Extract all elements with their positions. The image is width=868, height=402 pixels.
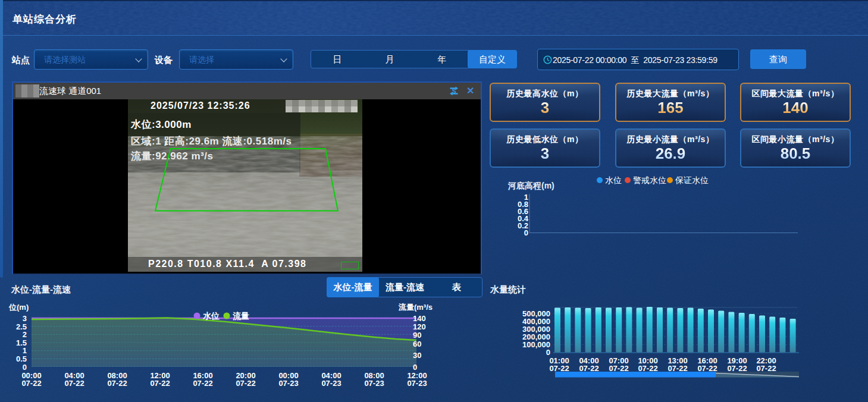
svg-text:0: 0 — [413, 363, 417, 372]
svg-text:07-22: 07-22 — [193, 379, 212, 388]
svg-text:河底高程(m): 河底高程(m) — [507, 181, 554, 190]
svg-text:07-22: 07-22 — [107, 379, 127, 388]
svg-text:07-22: 07-22 — [64, 379, 84, 388]
svg-text:0: 0 — [524, 228, 528, 237]
svg-text:保证水位: 保证水位 — [675, 175, 709, 185]
svg-text:07-23: 07-23 — [407, 379, 427, 388]
svg-text:07-22: 07-22 — [21, 379, 41, 388]
svg-text:07-22: 07-22 — [727, 364, 747, 373]
svg-text:07-22: 07-22 — [756, 364, 776, 373]
svg-text:07-22: 07-22 — [549, 364, 569, 373]
svg-text:水位: 水位 — [605, 175, 622, 185]
svg-text:07-22: 07-22 — [236, 379, 255, 388]
svg-text:60: 60 — [413, 340, 421, 348]
svg-text:30: 30 — [413, 351, 421, 360]
svg-text:流量: 流量 — [233, 311, 249, 321]
svg-text:警戒水位: 警戒水位 — [633, 175, 666, 185]
svg-text:07-22: 07-22 — [697, 364, 717, 373]
svg-text:流量(m³/s: 流量(m³/s — [398, 303, 433, 312]
svg-text:位(m): 位(m) — [8, 303, 29, 312]
svg-text:S: S — [452, 88, 456, 95]
svg-text:07-22: 07-22 — [150, 379, 170, 388]
svg-text:07-22: 07-22 — [579, 364, 598, 373]
svg-text:07-23: 07-23 — [278, 379, 298, 388]
svg-text:0.5: 0.5 — [16, 354, 27, 363]
svg-text:07-22: 07-22 — [638, 364, 657, 373]
svg-text:07-22: 07-22 — [609, 364, 628, 373]
svg-text:90: 90 — [413, 331, 421, 340]
svg-text:水位: 水位 — [202, 311, 220, 321]
svg-text:0: 0 — [546, 348, 550, 357]
svg-text:07-22: 07-22 — [668, 364, 687, 373]
svg-text:0: 0 — [23, 363, 27, 372]
svg-text:07-23: 07-23 — [321, 379, 341, 388]
svg-text:120: 120 — [413, 322, 426, 331]
svg-text:07-23: 07-23 — [364, 379, 384, 388]
